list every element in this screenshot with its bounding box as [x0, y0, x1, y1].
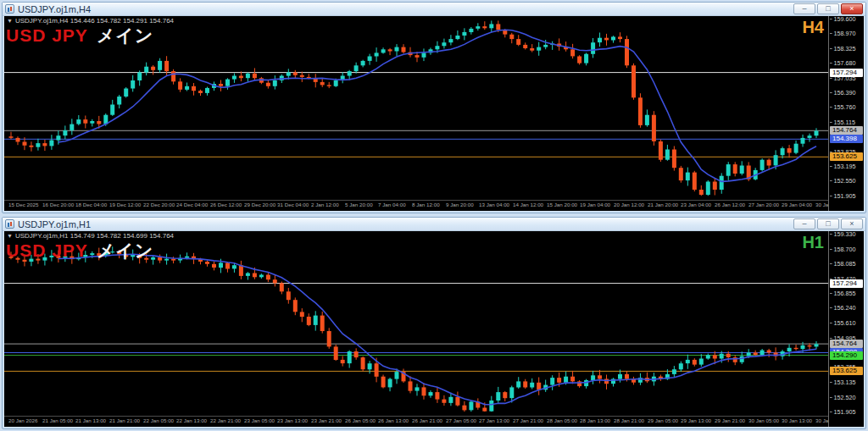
candle-body: [131, 80, 135, 89]
candle-body: [787, 148, 792, 152]
candle-body: [171, 259, 175, 261]
x-tick-label: 23 Jan 21:00: [311, 418, 342, 424]
y-tick-label: 156.855: [830, 290, 856, 296]
x-tick-label: 5 Jan 20:00: [345, 202, 373, 208]
maximize-button[interactable]: □: [817, 3, 839, 14]
candle-body: [618, 374, 622, 379]
x-tick-label: 29 Dec 20:00: [244, 202, 275, 208]
candle-body: [455, 36, 459, 39]
x-tick-label: 22 Jan 05:00: [143, 418, 174, 424]
maximize-button[interactable]: □: [817, 218, 839, 229]
candle-body: [354, 351, 359, 357]
x-tick-label: 30 Jan 13:00: [782, 418, 812, 424]
candle-body: [164, 61, 169, 71]
candle-body: [645, 115, 649, 125]
x-tick-label: 23 Jan 13:00: [277, 418, 308, 424]
price-marker-label: 154.764: [830, 126, 863, 135]
candle-body: [56, 135, 60, 140]
price-marker-label: 153.625: [830, 367, 863, 375]
price-axis[interactable]: 159.330158.700158.085157.470156.855156.2…: [828, 231, 864, 427]
candle-body: [530, 383, 534, 388]
candle-body: [713, 355, 717, 358]
x-tick-label: 15 Dec 2025: [8, 202, 38, 208]
x-tick-label: 23 Jan 04:00: [681, 202, 711, 208]
candle-body: [598, 38, 602, 42]
candle-body: [489, 24, 493, 28]
price-chart-plot[interactable]: ▼USDJPY.oj1m,H4 154.446 154.782 154.291 …: [4, 16, 828, 211]
y-tick-label: 158.325: [830, 45, 856, 52]
candle-body: [381, 377, 386, 388]
candle-body: [287, 291, 291, 300]
candle-body: [808, 135, 812, 138]
candle-body: [361, 357, 365, 369]
x-tick-label: 29 Jan 21:00: [715, 418, 745, 424]
candle-body: [246, 274, 250, 276]
close-button[interactable]: ×: [841, 3, 863, 14]
price-chart-plot[interactable]: ▼USDJPY.oj1m,H1 154.749 154.782 154.699 …: [4, 231, 828, 427]
candle-body: [327, 85, 331, 86]
candle-body: [693, 360, 697, 365]
dropdown-arrow-icon[interactable]: ▼: [7, 233, 13, 239]
dropdown-arrow-icon[interactable]: ▼: [7, 18, 13, 24]
minimize-button[interactable]: –: [793, 218, 815, 229]
candle-body: [402, 47, 406, 52]
candle-body: [198, 91, 203, 93]
price-marker-label: 153.625: [830, 152, 863, 161]
candle-body: [320, 316, 325, 331]
candle-body: [266, 83, 270, 86]
candle-body: [137, 73, 142, 81]
candle-body: [686, 173, 690, 181]
x-tick-label: 30 Jan 05:00: [748, 418, 779, 424]
time-axis[interactable]: 15 Dec 202516 Dec 20:0018 Dec 04:0019 De…: [4, 200, 828, 211]
candle-body: [354, 65, 359, 71]
x-tick-label: 26 Jan 21:00: [412, 418, 442, 424]
window-title: USDJPY.oj1m,H1: [18, 219, 790, 229]
candle-body: [42, 143, 47, 146]
candle-body: [509, 387, 514, 398]
candle-body: [815, 131, 819, 136]
time-axis[interactable]: 20 Jan 202621 Jan 05:0021 Jan 13:0021 Ja…: [4, 416, 828, 427]
x-tick-label: 27 Jan 21:00: [513, 418, 543, 424]
price-marker-label: 157.294: [830, 69, 863, 77]
x-tick-label: 28 Jan 21:00: [614, 418, 644, 424]
candle-body: [482, 26, 487, 28]
candle-body: [375, 52, 379, 56]
candle-body: [63, 130, 67, 135]
candle-body: [36, 143, 40, 147]
candle-body: [686, 360, 690, 363]
x-tick-label: 27 Jan 05:00: [446, 418, 476, 424]
x-tick-label: 29 Jan 13:00: [681, 418, 711, 424]
price-axis[interactable]: 159.600158.970158.325157.680157.035156.3…: [828, 16, 864, 211]
candle-body: [49, 141, 53, 146]
candle-body: [341, 360, 345, 363]
window-titlebar[interactable]: USDJPY.oj1m,H4 – □ ×: [3, 3, 865, 16]
close-button[interactable]: ×: [841, 218, 863, 229]
candle-body: [496, 392, 500, 401]
candle-body: [699, 190, 704, 195]
candle-body: [516, 381, 520, 387]
candle-body: [815, 344, 819, 346]
x-tick-label: 20 Jan 2026: [8, 418, 37, 424]
timeframe-badge: H1: [802, 233, 824, 252]
candle-body: [97, 121, 101, 124]
x-tick-label: 15 Jan 20:00: [547, 202, 577, 208]
x-tick-label: 26 Dec 12:00: [210, 202, 242, 208]
candle-body: [307, 317, 311, 325]
y-tick-label: 153.195: [830, 163, 856, 169]
y-tick-label: 158.970: [830, 30, 856, 37]
x-tick-label: 20 Jan 12:00: [614, 202, 644, 208]
candle-body: [489, 401, 493, 412]
candle-body: [239, 265, 243, 276]
candle-body: [706, 355, 710, 358]
candle-body: [185, 86, 189, 90]
x-tick-label: 8 Jan 12:00: [412, 202, 440, 208]
y-tick-label: 155.760: [830, 104, 856, 111]
window-titlebar[interactable]: USDJPY.oj1m,H1 – □ ×: [3, 218, 865, 231]
candle-body: [429, 392, 433, 395]
symbol-label: USD JPY: [6, 25, 88, 45]
candle-body: [212, 264, 216, 268]
candle-body: [679, 363, 683, 369]
candle-body: [740, 166, 744, 174]
minimize-button[interactable]: –: [793, 3, 815, 14]
candle-body: [503, 392, 507, 398]
